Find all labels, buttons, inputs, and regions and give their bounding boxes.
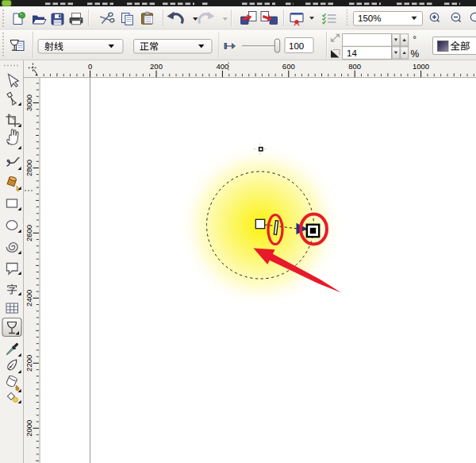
svg-text:100: 100 (289, 41, 304, 51)
svg-text:2400: 2400 (25, 290, 33, 307)
svg-text:3000: 3000 (25, 95, 33, 111)
svg-text:1000: 1000 (413, 62, 429, 71)
svg-text:2600: 2600 (25, 225, 33, 241)
svg-text:800: 800 (348, 62, 361, 71)
svg-text:14: 14 (347, 48, 357, 58)
svg-text:150%: 150% (358, 14, 381, 23)
svg-text:200: 200 (150, 62, 163, 71)
svg-text:400: 400 (216, 62, 228, 71)
svg-text:2000: 2000 (25, 420, 33, 437)
svg-text:2800: 2800 (25, 160, 33, 176)
svg-text:0: 0 (88, 62, 92, 71)
svg-text:%: % (411, 48, 420, 60)
svg-text:2200: 2200 (25, 355, 33, 372)
svg-text:°: ° (413, 34, 416, 44)
svg-text:600: 600 (282, 62, 295, 71)
